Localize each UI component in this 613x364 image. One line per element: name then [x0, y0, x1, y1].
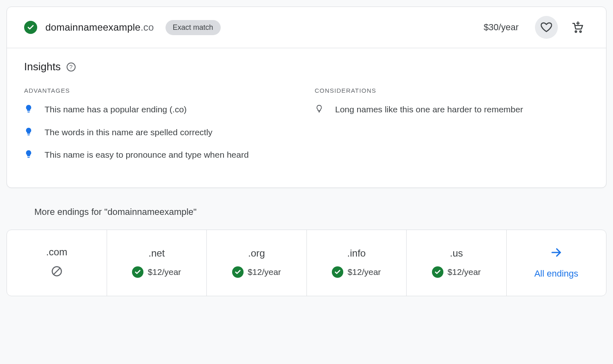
advantage-text: This name has a popular ending (.co): [45, 103, 187, 117]
ending-status: $12/year: [232, 266, 281, 278]
domain-result-card: domainnameexample.co Exact match $30/yea…: [7, 7, 606, 188]
insights-title-text: Insights: [24, 60, 61, 73]
advantage-text: This name is easy to pronounce and type …: [45, 148, 249, 162]
available-check-icon: [332, 266, 343, 278]
available-check-icon: [24, 21, 37, 34]
lightbulb-filled-icon: [24, 127, 33, 140]
ending-tld: .info: [347, 248, 366, 259]
advantages-label: ADVANTAGES: [24, 87, 298, 94]
all-endings-button[interactable]: All endings: [507, 230, 606, 296]
ending-option-us[interactable]: .us $12/year: [407, 230, 507, 296]
price: $30/year: [483, 22, 519, 33]
svg-point-0: [575, 31, 577, 32]
ending-price: $12/year: [148, 267, 181, 277]
ending-status: $12/year: [132, 266, 181, 278]
heart-icon: [540, 21, 553, 34]
domain-name: domainnameexample.co: [45, 22, 154, 33]
lightbulb-filled-icon: [24, 104, 33, 117]
ending-option-com[interactable]: .com: [7, 230, 107, 296]
available-check-icon: [132, 266, 143, 278]
match-badge: Exact match: [166, 20, 221, 35]
considerations-column: CONSIDERATIONS Long names like this one …: [315, 87, 589, 171]
ending-option-info[interactable]: .info $12/year: [307, 230, 407, 296]
advantage-item: This name is easy to pronounce and type …: [24, 148, 298, 162]
ending-price: $12/year: [447, 267, 481, 277]
ending-status: $12/year: [332, 266, 381, 278]
insights-section: Insights ? ADVANTAGES This name has a po…: [7, 48, 606, 188]
help-icon[interactable]: ?: [67, 63, 76, 71]
ending-tld: .org: [248, 248, 265, 259]
insights-heading: Insights ?: [24, 60, 589, 73]
consideration-item: Long names like this one are harder to r…: [315, 103, 589, 117]
ending-price: $12/year: [248, 267, 281, 277]
advantage-item: This name has a popular ending (.co): [24, 103, 298, 117]
ending-status: $12/year: [432, 266, 481, 278]
cart-plus-icon: [571, 21, 584, 34]
more-endings-heading: More endings for "domainnameexample": [7, 188, 606, 230]
consideration-text: Long names like this one are harder to r…: [335, 103, 523, 117]
available-check-icon: [232, 266, 244, 278]
endings-grid: .com .net $12/year .org $12/year .info $…: [7, 230, 606, 296]
add-to-cart-button[interactable]: [566, 16, 589, 39]
ending-option-org[interactable]: .org $12/year: [207, 230, 307, 296]
considerations-label: CONSIDERATIONS: [315, 87, 589, 94]
advantage-text: The words in this name are spelled corre…: [45, 126, 213, 140]
domain-tld: .co: [141, 22, 154, 33]
all-endings-label: All endings: [534, 268, 578, 279]
ending-tld: .com: [46, 246, 67, 258]
advantage-item: The words in this name are spelled corre…: [24, 126, 298, 140]
ending-price: $12/year: [347, 267, 381, 277]
unavailable-icon: [51, 265, 63, 279]
arrow-right-icon: [550, 246, 562, 261]
domain-base: domainnameexample: [45, 22, 141, 33]
ending-tld: .net: [148, 248, 165, 259]
ending-status: [51, 265, 63, 279]
lightbulb-filled-icon: [24, 149, 33, 162]
advantages-column: ADVANTAGES This name has a popular endin…: [24, 87, 298, 171]
svg-point-1: [580, 31, 582, 32]
svg-line-3: [54, 268, 60, 274]
available-check-icon: [432, 266, 443, 278]
lightbulb-outline-icon: [315, 104, 324, 117]
ending-tld: .us: [450, 248, 463, 259]
result-header: domainnameexample.co Exact match $30/yea…: [7, 7, 606, 48]
ending-option-net[interactable]: .net $12/year: [107, 230, 207, 296]
favorite-button[interactable]: [535, 16, 558, 39]
